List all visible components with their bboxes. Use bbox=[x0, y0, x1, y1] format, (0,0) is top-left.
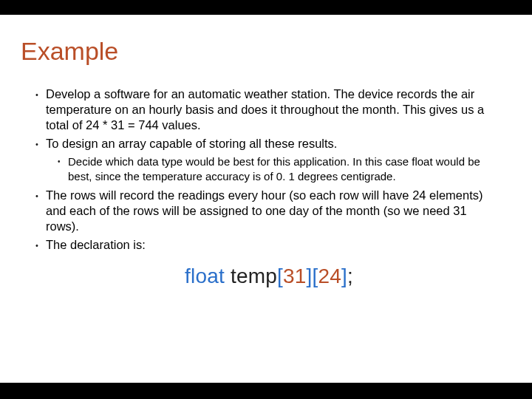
bullet-text: To design an array capable of storing al… bbox=[46, 137, 337, 150]
sub-bullet-list: Decide which data type would be best for… bbox=[58, 154, 502, 183]
code-identifier: temp bbox=[231, 265, 277, 287]
slide: Example Develop a software for an automa… bbox=[0, 15, 532, 383]
bullet-item: The rows will record the readings every … bbox=[35, 188, 502, 234]
code-bracket: ] bbox=[307, 265, 313, 287]
code-dimension: 31 bbox=[283, 265, 307, 287]
sub-bullet-item: Decide which data type would be best for… bbox=[58, 154, 502, 183]
bullet-item: To design an array capable of storing al… bbox=[35, 136, 502, 183]
slide-title: Example bbox=[0, 15, 532, 66]
bullet-list: Develop a software for an automatic weat… bbox=[35, 86, 502, 253]
code-space bbox=[225, 265, 231, 287]
code-bracket: [ bbox=[277, 265, 283, 287]
code-declaration: float temp[31][24]; bbox=[35, 263, 502, 290]
slide-body: Develop a software for an automatic weat… bbox=[0, 66, 532, 290]
code-bracket: ] bbox=[341, 265, 347, 287]
bullet-item: Develop a software for an automatic weat… bbox=[35, 86, 502, 133]
code-dimension: 24 bbox=[318, 265, 341, 287]
code-semicolon: ; bbox=[347, 265, 353, 287]
code-keyword: float bbox=[185, 265, 225, 287]
bullet-item: The declaration is: bbox=[35, 237, 502, 253]
